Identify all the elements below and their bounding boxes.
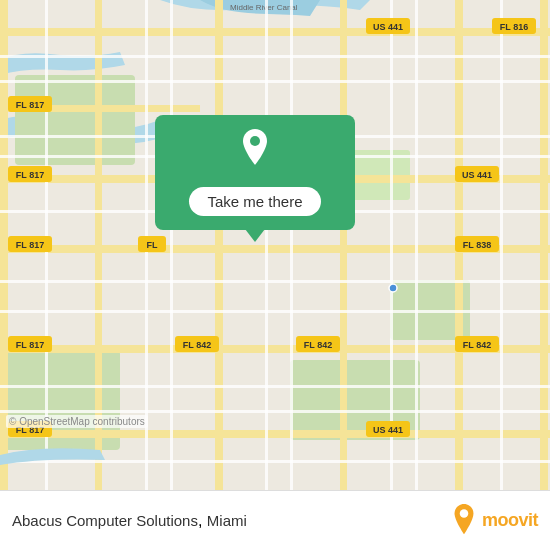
svg-text:US 441: US 441 xyxy=(462,170,492,180)
svg-text:FL 817: FL 817 xyxy=(16,240,44,250)
svg-rect-18 xyxy=(540,0,548,490)
svg-rect-32 xyxy=(265,0,268,490)
svg-rect-16 xyxy=(340,0,347,490)
svg-rect-35 xyxy=(390,0,393,490)
location-name: Abacus Computer Solutions xyxy=(12,512,198,529)
svg-rect-34 xyxy=(290,0,293,490)
svg-text:FL 816: FL 816 xyxy=(500,22,528,32)
svg-point-68 xyxy=(460,509,469,518)
moovit-pin-icon xyxy=(450,504,478,538)
svg-rect-27 xyxy=(0,410,550,413)
svg-rect-26 xyxy=(0,385,550,388)
svg-text:US 441: US 441 xyxy=(373,425,403,435)
svg-rect-24 xyxy=(0,280,550,283)
svg-text:FL 838: FL 838 xyxy=(463,240,491,250)
svg-point-66 xyxy=(389,284,397,292)
svg-rect-2 xyxy=(15,75,135,165)
location-info: Abacus Computer Solutions, Miami xyxy=(12,512,247,530)
app: Middle River Canal xyxy=(0,0,550,550)
svg-text:FL 817: FL 817 xyxy=(16,170,44,180)
svg-text:FL 817: FL 817 xyxy=(16,340,44,350)
svg-rect-12 xyxy=(0,430,550,438)
svg-text:FL 842: FL 842 xyxy=(304,340,332,350)
moovit-brand-text: moovit xyxy=(482,510,538,531)
svg-text:FL: FL xyxy=(147,240,158,250)
location-separator: , xyxy=(198,512,207,529)
svg-rect-7 xyxy=(0,28,550,36)
svg-rect-37 xyxy=(500,0,503,490)
map-popup: Take me there xyxy=(155,115,355,230)
svg-text:US 441: US 441 xyxy=(373,22,403,32)
popup-bubble: Take me there xyxy=(155,115,355,230)
bottom-bar: Abacus Computer Solutions, Miami moovit xyxy=(0,490,550,550)
map-area: Middle River Canal xyxy=(0,0,550,490)
svg-point-67 xyxy=(250,136,260,146)
svg-text:Middle River Canal: Middle River Canal xyxy=(230,3,298,12)
svg-rect-15 xyxy=(215,0,223,490)
svg-rect-25 xyxy=(0,310,550,313)
svg-text:FL 817: FL 817 xyxy=(16,100,44,110)
svg-text:FL 842: FL 842 xyxy=(183,340,211,350)
svg-text:FL 842: FL 842 xyxy=(463,340,491,350)
svg-rect-19 xyxy=(0,55,550,58)
map-attribution: © OpenStreetMap contributors xyxy=(6,415,148,428)
take-me-there-button[interactable]: Take me there xyxy=(189,187,320,216)
location-city: Miami xyxy=(207,512,247,529)
svg-rect-20 xyxy=(0,80,550,83)
svg-rect-36 xyxy=(415,0,418,490)
svg-rect-28 xyxy=(0,460,550,463)
svg-rect-31 xyxy=(170,0,173,490)
moovit-logo[interactable]: moovit xyxy=(450,504,538,538)
location-pin-icon xyxy=(237,129,273,177)
